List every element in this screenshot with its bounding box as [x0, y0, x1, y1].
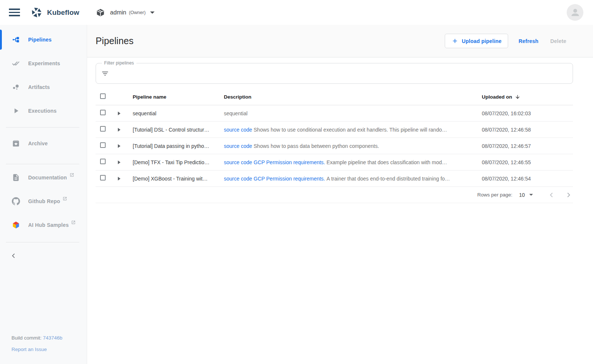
main-content: Pipelines Upload pipeline Refresh Delete… [87, 25, 593, 364]
sidebar-item-archive[interactable]: Archive [0, 132, 87, 155]
uploaded-on-value: 08/07/2020, 16:02:03 [482, 110, 573, 116]
table-row: [Demo] TFX - Taxi Tip Predictio… source … [96, 154, 573, 171]
gcp-permission-link[interactable]: GCP Permission requirements. [254, 159, 325, 165]
sidebar-item-github-repo[interactable]: Github Repo [0, 189, 87, 213]
uploaded-on-value: 08/07/2020, 12:46:57 [482, 143, 573, 149]
pipeline-description: source codeShows how to use conditional … [224, 127, 482, 133]
filter-icon [101, 70, 109, 77]
active-indicator [0, 30, 2, 50]
previous-page-button[interactable] [547, 191, 556, 199]
expand-row-icon[interactable] [118, 161, 120, 164]
source-code-link[interactable]: source code [224, 176, 252, 182]
namespace-selector[interactable]: admin (Owner) [96, 8, 155, 17]
app-window: Kubeflow admin (Owner) [0, 0, 593, 364]
topbar: Kubeflow admin (Owner) [0, 0, 593, 25]
expand-row-icon[interactable] [118, 112, 120, 115]
row-checkbox[interactable] [100, 110, 106, 115]
build-commit-label: Build commit: [11, 335, 43, 341]
kubeflow-brand: Kubeflow [31, 7, 79, 19]
source-code-link[interactable]: source code [224, 127, 252, 133]
namespace-name: admin [110, 9, 126, 16]
sidebar-item-label: AI Hub Samples [28, 222, 69, 228]
table-row: [Tutorial] Data passing in pytho… source… [96, 138, 573, 154]
sidebar-item-label: Experiments [28, 60, 60, 66]
filter-field-label: Filter pipelines [102, 60, 136, 66]
gcp-permission-link[interactable]: GCP Permission requirements. [254, 176, 325, 182]
sidebar-item-documentation[interactable]: Documentation [0, 166, 87, 189]
sidebar-divider [6, 242, 79, 242]
experiments-icon [11, 59, 20, 68]
pipeline-description: source codeGCP Permission requirements.A… [224, 176, 482, 182]
table-pagination: Rows per page: 10 [96, 187, 573, 203]
sidebar-item-artifacts[interactable]: Artifacts [0, 75, 87, 99]
sidebar-item-label: Artifacts [28, 84, 50, 90]
expand-row-icon[interactable] [118, 177, 120, 181]
sidebar-item-label: Executions [28, 108, 57, 114]
column-header-uploaded-on[interactable]: Uploaded on [482, 94, 573, 100]
user-avatar[interactable] [567, 4, 583, 21]
pipeline-name[interactable]: [Tutorial] DSL - Control structur… [133, 127, 224, 133]
person-icon [569, 6, 582, 19]
sidebar-divider [6, 164, 79, 164]
source-code-link[interactable]: source code [224, 143, 252, 149]
sidebar-item-pipelines[interactable]: Pipelines [0, 28, 87, 52]
uploaded-on-value: 08/07/2020, 12:46:55 [482, 159, 573, 165]
column-header-description[interactable]: Description [224, 94, 482, 100]
page-title: Pipelines [96, 36, 133, 46]
sort-descending-icon [515, 94, 520, 100]
uploaded-on-value: 08/07/2020, 12:46:58 [482, 127, 573, 133]
pipelines-table: Pipeline name Description Uploaded on se [96, 89, 573, 203]
column-header-pipeline-name[interactable]: Pipeline name [133, 94, 224, 100]
row-checkbox[interactable] [100, 142, 106, 148]
delete-button[interactable]: Delete [550, 38, 566, 44]
pipelines-icon [11, 35, 20, 44]
external-link-icon [71, 219, 76, 226]
pipeline-name[interactable]: [Tutorial] Data passing in pytho… [133, 143, 224, 149]
filter-input[interactable] [113, 70, 567, 76]
report-issue-link[interactable]: Report an Issue [11, 347, 47, 352]
expand-row-icon[interactable] [118, 144, 120, 148]
select-all-checkbox[interactable] [100, 93, 106, 99]
external-link-icon [63, 196, 67, 202]
hamburger-menu-icon[interactable] [9, 9, 21, 16]
rows-per-page-value[interactable]: 10 [519, 192, 525, 198]
namespace-role: (Owner) [129, 10, 146, 15]
table-row: sequential sequential 08/07/2020, 16:02:… [96, 105, 573, 122]
upload-pipeline-label: Upload pipeline [462, 38, 501, 44]
sidebar-divider [6, 127, 79, 128]
collapse-sidebar-button[interactable] [10, 252, 19, 261]
table-header-row: Pipeline name Description Uploaded on [96, 89, 573, 105]
upload-pipeline-button[interactable]: Upload pipeline [445, 34, 508, 48]
description-text: Shows how to use conditional execution a… [254, 127, 447, 133]
plus-icon [451, 37, 458, 44]
refresh-button[interactable]: Refresh [519, 38, 539, 44]
rows-per-page-caret-icon[interactable] [529, 194, 533, 196]
sidebar-item-ai-hub-samples[interactable]: AI Hub Samples [0, 213, 87, 237]
filter-field[interactable]: Filter pipelines [96, 63, 573, 84]
executions-icon [11, 106, 20, 115]
sidebar: Pipelines Experiments [0, 25, 87, 364]
pipeline-name[interactable]: [Demo] XGBoost - Training wit… [133, 176, 224, 182]
description-text: A trainer that does end-to-end distribut… [327, 176, 450, 182]
build-commit-link[interactable]: 743746b [43, 335, 63, 341]
uploaded-on-value: 08/07/2020, 12:46:54 [482, 176, 573, 182]
sidebar-item-label: Github Repo [28, 198, 60, 204]
row-checkbox[interactable] [100, 159, 106, 164]
pipeline-name[interactable]: sequential [133, 110, 224, 116]
row-checkbox[interactable] [100, 175, 106, 181]
pipeline-description: sequential [224, 110, 482, 116]
row-checkbox[interactable] [100, 126, 106, 132]
uploaded-on-label: Uploaded on [482, 94, 512, 100]
source-code-link[interactable]: source code [224, 159, 252, 165]
pipeline-name[interactable]: [Demo] TFX - Taxi Tip Predictio… [133, 159, 224, 165]
archive-icon [11, 139, 20, 148]
sidebar-item-label: Archive [28, 140, 48, 146]
next-page-button[interactable] [564, 191, 573, 199]
sidebar-item-label: Pipelines [28, 37, 52, 43]
page-header: Pipelines Upload pipeline Refresh Delete [87, 25, 593, 57]
pipeline-description: source codeShows how to pass data betwee… [224, 143, 482, 149]
description-text: sequential [224, 110, 248, 116]
expand-row-icon[interactable] [118, 128, 120, 132]
sidebar-item-experiments[interactable]: Experiments [0, 52, 87, 75]
sidebar-item-executions[interactable]: Executions [0, 99, 87, 123]
